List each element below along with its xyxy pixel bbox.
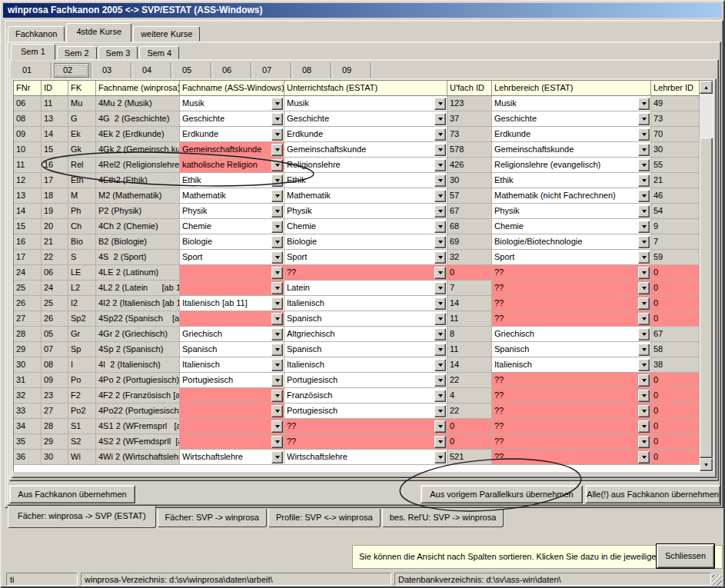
dropdown-arrow-icon[interactable] bbox=[638, 251, 650, 264]
dropdown-arrow-icon[interactable] bbox=[434, 267, 446, 279]
course-tab-06[interactable]: 06 bbox=[212, 62, 251, 78]
column-header-uf[interactable]: Unterrichtsfach (ESTAT) bbox=[284, 81, 447, 96]
dropdown-arrow-icon[interactable] bbox=[638, 313, 650, 325]
cell-lb-dropdown[interactable]: Biologie/Biotechnologie bbox=[492, 234, 651, 250]
dropdown-arrow-icon[interactable] bbox=[271, 420, 283, 433]
dropdown-arrow-icon[interactable] bbox=[271, 113, 283, 125]
cell-fass-dropdown[interactable]: Mathematik bbox=[180, 188, 284, 204]
dropdown-arrow-icon[interactable] bbox=[271, 159, 283, 171]
cell-fass-dropdown[interactable] bbox=[180, 311, 284, 327]
dropdown-arrow-icon[interactable] bbox=[638, 236, 650, 248]
dropdown-arrow-icon[interactable] bbox=[638, 267, 650, 279]
cell-fass-dropdown[interactable]: Gemeinschaftskunde bbox=[180, 142, 284, 158]
dropdown-arrow-icon[interactable] bbox=[271, 174, 283, 187]
cell-fass-dropdown[interactable]: Erdkunde bbox=[180, 127, 284, 142]
dropdown-arrow-icon[interactable] bbox=[434, 420, 446, 433]
cell-uf-dropdown[interactable]: Ethik bbox=[284, 173, 447, 188]
dropdown-arrow-icon[interactable] bbox=[271, 328, 283, 341]
resize-grip[interactable] bbox=[712, 575, 722, 585]
dropdown-arrow-icon[interactable] bbox=[638, 405, 650, 417]
dropdown-arrow-icon[interactable] bbox=[271, 98, 283, 110]
dropdown-arrow-icon[interactable] bbox=[638, 128, 650, 141]
cell-lb-dropdown[interactable]: Sport bbox=[492, 250, 651, 265]
course-tab-02[interactable]: 02 bbox=[54, 63, 89, 78]
cell-uf-dropdown[interactable]: Portugiesisch bbox=[284, 404, 447, 419]
course-tab-03[interactable]: 03 bbox=[92, 62, 131, 78]
cell-uf-dropdown[interactable]: Religionslehre bbox=[284, 158, 447, 173]
cell-fass-dropdown[interactable]: Italienisch [ab 11] bbox=[180, 296, 284, 311]
cell-fass-dropdown[interactable] bbox=[180, 404, 284, 419]
cell-uf-dropdown[interactable]: ?? bbox=[284, 434, 447, 450]
dropdown-arrow-icon[interactable] bbox=[271, 190, 283, 202]
dropdown-arrow-icon[interactable] bbox=[271, 221, 283, 233]
dropdown-arrow-icon[interactable] bbox=[434, 221, 446, 233]
tab-bottom-profile-svp-winprosa[interactable]: Profile: SVP <-> winprosa bbox=[268, 509, 381, 527]
dropdown-arrow-icon[interactable] bbox=[638, 98, 650, 110]
dropdown-arrow-icon[interactable] bbox=[638, 451, 650, 463]
close-button[interactable]: Schliessen bbox=[657, 544, 714, 568]
scroll-up-icon[interactable]: ▲ bbox=[700, 81, 713, 94]
cell-uf-dropdown[interactable]: Erdkunde bbox=[284, 127, 447, 142]
cell-uf-dropdown[interactable]: ?? bbox=[284, 265, 447, 281]
column-header-id[interactable]: ID bbox=[42, 81, 68, 96]
column-header-ufid[interactable]: U'fach ID bbox=[447, 81, 492, 96]
cell-fass-dropdown[interactable] bbox=[180, 419, 284, 434]
cell-fass-dropdown[interactable]: Musik bbox=[180, 96, 284, 111]
dropdown-arrow-icon[interactable] bbox=[638, 190, 650, 202]
dropdown-arrow-icon[interactable] bbox=[638, 174, 650, 187]
cell-lb-dropdown[interactable]: ?? bbox=[492, 373, 651, 388]
dropdown-arrow-icon[interactable] bbox=[638, 436, 650, 448]
cell-uf-dropdown[interactable]: Chemie bbox=[284, 219, 447, 234]
dropdown-arrow-icon[interactable] bbox=[434, 344, 446, 356]
cell-lb-dropdown[interactable]: Mathematik (nicht Fachrechnen) bbox=[492, 188, 651, 204]
dropdown-arrow-icon[interactable] bbox=[638, 221, 650, 233]
course-tab-04[interactable]: 04 bbox=[132, 62, 171, 78]
cell-lb-dropdown[interactable]: ?? bbox=[492, 434, 651, 450]
cell-lb-dropdown[interactable]: ?? bbox=[492, 404, 651, 419]
cell-lb-dropdown[interactable]: Musik bbox=[492, 96, 651, 111]
tab-bottom-bes-rel-u-svp-winprosa[interactable]: bes. Rel'U: SVP -> winprosa bbox=[382, 509, 504, 527]
tab-fachkanon[interactable]: Fachkanon bbox=[8, 26, 65, 42]
cell-fass-dropdown[interactable]: katholische Religion bbox=[180, 158, 284, 173]
dropdown-arrow-icon[interactable] bbox=[271, 359, 283, 371]
dropdown-arrow-icon[interactable] bbox=[638, 282, 650, 294]
cell-uf-dropdown[interactable]: Französisch bbox=[284, 388, 447, 404]
cell-uf-dropdown[interactable]: Gemeinschaftskunde bbox=[284, 142, 447, 158]
cell-uf-dropdown[interactable]: Italienisch bbox=[284, 357, 447, 373]
course-tab-01[interactable]: 01 bbox=[12, 62, 51, 78]
dropdown-arrow-icon[interactable] bbox=[434, 144, 446, 156]
cell-fass-dropdown[interactable]: Biologie bbox=[180, 234, 284, 250]
cell-fass-dropdown[interactable]: Wirtschaftslehre bbox=[180, 450, 284, 465]
cell-uf-dropdown[interactable]: Geschichte bbox=[284, 111, 447, 127]
dropdown-arrow-icon[interactable] bbox=[271, 297, 283, 310]
dropdown-arrow-icon[interactable] bbox=[271, 344, 283, 356]
dropdown-arrow-icon[interactable] bbox=[434, 297, 446, 310]
dropdown-arrow-icon[interactable] bbox=[434, 405, 446, 417]
cell-lb-dropdown[interactable]: ?? bbox=[492, 281, 651, 296]
cell-lb-dropdown[interactable]: Ethik bbox=[492, 173, 651, 188]
dropdown-arrow-icon[interactable] bbox=[271, 374, 283, 387]
cell-uf-dropdown[interactable]: Mathematik bbox=[284, 188, 447, 204]
cell-uf-dropdown[interactable]: Italienisch bbox=[284, 296, 447, 311]
dropdown-arrow-icon[interactable] bbox=[271, 205, 283, 218]
dropdown-arrow-icon[interactable] bbox=[434, 390, 446, 402]
course-tab-09[interactable]: 09 bbox=[332, 62, 371, 78]
cell-lb-dropdown[interactable]: ?? bbox=[492, 296, 651, 311]
cell-lb-dropdown[interactable]: ?? bbox=[492, 311, 651, 327]
cell-lb-dropdown[interactable]: ?? bbox=[492, 419, 651, 434]
take-from-fachkanon-button[interactable]: Aus Fachkanon übernehmen bbox=[9, 485, 135, 503]
tab-sem-4[interactable]: Sem 4 bbox=[139, 46, 179, 59]
dropdown-arrow-icon[interactable] bbox=[271, 128, 283, 141]
cell-uf-dropdown[interactable]: Musik bbox=[284, 96, 447, 111]
cell-fass-dropdown[interactable]: Ethik bbox=[180, 173, 284, 188]
cell-uf-dropdown[interactable]: Sport bbox=[284, 250, 447, 265]
cell-lb-dropdown[interactable]: Erdkunde bbox=[492, 127, 651, 142]
take-all-from-fachkanon-button[interactable]: Alle(!) aus Fachkanon übernehmen bbox=[585, 485, 720, 503]
dropdown-arrow-icon[interactable] bbox=[434, 359, 446, 371]
dropdown-arrow-icon[interactable] bbox=[434, 328, 446, 341]
cell-fass-dropdown[interactable]: Chemie bbox=[180, 219, 284, 234]
cell-fass-dropdown[interactable]: Spanisch bbox=[180, 342, 284, 357]
cell-uf-dropdown[interactable]: Biologie bbox=[284, 234, 447, 250]
dropdown-arrow-icon[interactable] bbox=[434, 190, 446, 202]
title-bar[interactable]: winprosa Fachkanon 2005 <-> SVP/ESTAT (A… bbox=[3, 3, 722, 18]
